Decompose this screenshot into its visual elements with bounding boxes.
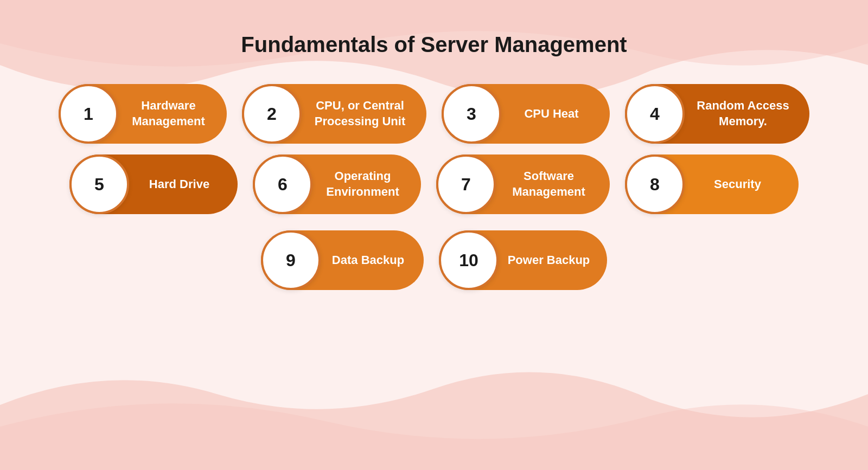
card-label-8: Security [685,171,799,198]
card-label-6: OperatingEnvironment [312,163,421,205]
row-2: 5 Hard Drive 6 OperatingEnvironment 7 So… [69,154,799,214]
card-label-1: HardwareManagement [118,93,227,134]
card-number-6: 6 [253,154,312,214]
card-6: 6 OperatingEnvironment [253,154,421,214]
card-2: 2 CPU, or CentralProcessing Unit [242,84,426,144]
card-number-10: 10 [439,230,499,290]
card-number-9: 9 [261,230,321,290]
card-label-5: Hard Drive [129,171,238,198]
row-1: 1 HardwareManagement 2 CPU, or CentralPr… [59,84,809,144]
card-label-10: Power Backup [499,247,607,274]
card-number-7: 7 [436,154,496,214]
card-7: 7 SoftwareManagement [436,154,610,214]
card-label-4: Random AccessMemory. [685,93,809,134]
card-9: 9 Data Backup [261,230,424,290]
bg-wave-bottom [0,362,868,470]
card-label-3: CPU Heat [501,101,610,127]
card-5: 5 Hard Drive [69,154,238,214]
row-3: 9 Data Backup 10 Power Backup [261,230,607,290]
page-title: Fundamentals of Server Management [241,33,627,57]
card-number-1: 1 [59,84,118,144]
card-number-3: 3 [442,84,501,144]
card-10: 10 Power Backup [439,230,607,290]
card-number-8: 8 [625,154,685,214]
card-number-5: 5 [69,154,129,214]
card-label-2: CPU, or CentralProcessing Unit [302,93,426,134]
card-3: 3 CPU Heat [442,84,610,144]
card-8: 8 Security [625,154,799,214]
card-label-7: SoftwareManagement [496,163,610,205]
card-1: 1 HardwareManagement [59,84,227,144]
card-number-4: 4 [625,84,685,144]
card-label-9: Data Backup [321,247,424,274]
card-4: 4 Random AccessMemory. [625,84,809,144]
card-number-2: 2 [242,84,302,144]
